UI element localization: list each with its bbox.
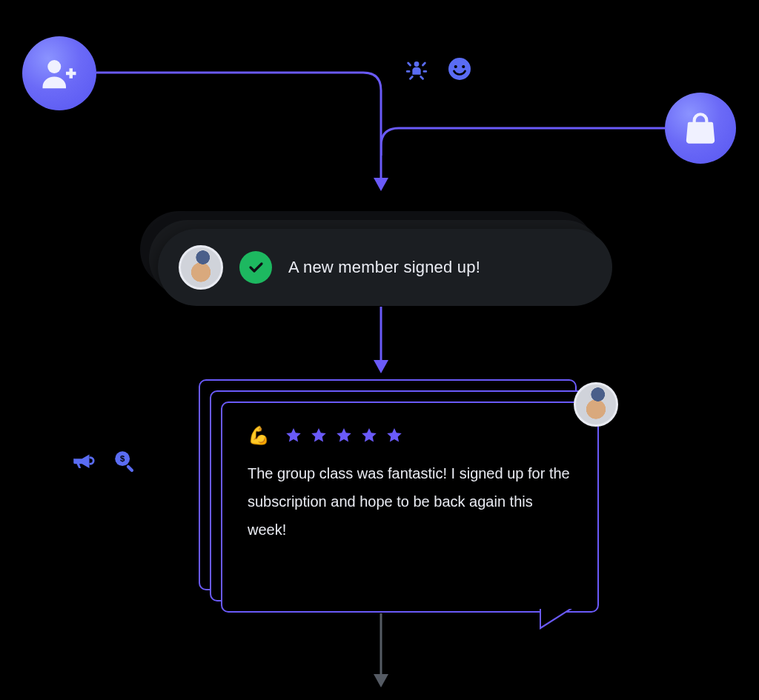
review-card: 💪 The group class was fantastic! I signe… bbox=[221, 401, 599, 613]
notification-text: A new member signed up! bbox=[288, 258, 480, 277]
shopping-bag-node bbox=[665, 93, 736, 164]
side-icons-group: $ bbox=[70, 448, 137, 476]
star-icon bbox=[385, 427, 403, 444]
notification-card: A new member signed up! bbox=[158, 229, 612, 306]
star-icon bbox=[310, 427, 328, 444]
connector-bottom bbox=[371, 613, 391, 693]
svg-point-0 bbox=[47, 60, 61, 73]
speech-bubble-tail bbox=[540, 610, 572, 631]
svg-text:$: $ bbox=[120, 454, 125, 463]
svg-rect-6 bbox=[126, 464, 134, 473]
review-text: The group class was fantastic! I signed … bbox=[248, 459, 572, 544]
svg-point-3 bbox=[454, 65, 457, 68]
connector-mid bbox=[371, 307, 391, 379]
shopping-bag-icon bbox=[682, 110, 719, 147]
reviewer-avatar bbox=[574, 382, 618, 427]
notification-stack: A new member signed up! bbox=[140, 211, 612, 306]
svg-point-1 bbox=[414, 61, 420, 67]
star-icon bbox=[335, 427, 353, 444]
sparkle-person-icon bbox=[404, 58, 429, 86]
star-icon bbox=[360, 427, 378, 444]
review-stack: 💪 The group class was fantastic! I signe… bbox=[199, 379, 599, 613]
member-avatar bbox=[179, 245, 223, 290]
smile-face-icon bbox=[446, 56, 473, 85]
connector-right bbox=[381, 126, 670, 156]
star-icon bbox=[285, 427, 302, 444]
connector-left bbox=[96, 70, 393, 204]
search-dollar-icon: $ bbox=[112, 448, 137, 476]
user-add-icon bbox=[39, 53, 79, 93]
success-check-icon bbox=[239, 251, 272, 284]
user-add-node bbox=[22, 36, 96, 110]
star-rating bbox=[285, 427, 403, 444]
flex-emoji: 💪 bbox=[248, 425, 270, 446]
svg-point-4 bbox=[462, 65, 465, 68]
svg-point-2 bbox=[448, 58, 471, 80]
megaphone-icon bbox=[70, 448, 96, 476]
